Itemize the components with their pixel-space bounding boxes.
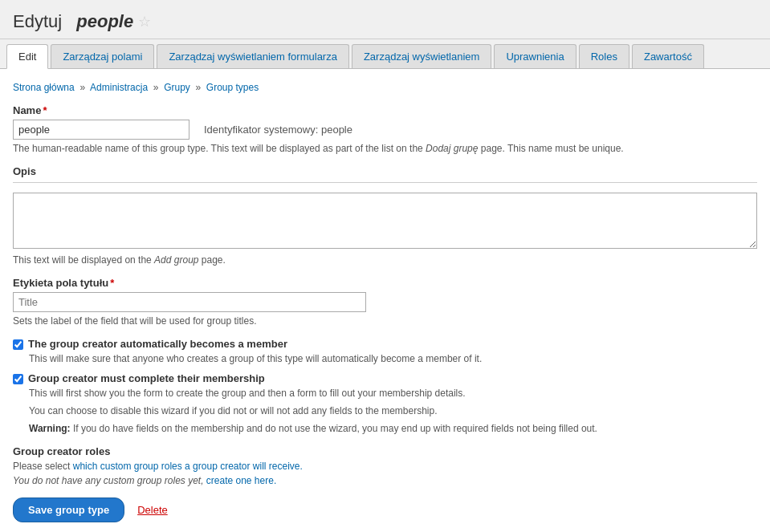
tab-permissions[interactable]: Uprawnienia [494,44,576,68]
tab-manage-form-display[interactable]: Zarządzaj wyświetlaniem formularza [157,44,349,68]
auto-member-description: This will make sure that anyone who crea… [29,353,757,364]
title-section: Etykieta pola tytułu* Sets the label of … [13,277,757,327]
title-required-indicator: * [110,277,114,289]
opis-label: Opis [13,165,757,177]
name-label: Name* [13,104,757,116]
group-creator-roles-section: Group creator roles Please select which … [13,445,757,486]
complete-membership-desc1: This will first show you the form to cre… [29,388,757,399]
breadcrumb-admin[interactable]: Administracja [90,82,148,93]
complete-membership-section: Group creator must complete their member… [13,372,757,434]
opis-divider [13,182,757,183]
create-roles-link[interactable]: create one here. [206,475,276,486]
auto-member-label: The group creator automatically becomes … [28,338,287,350]
name-input[interactable] [13,120,189,140]
complete-membership-desc2: You can choose to disable this wizard if… [29,405,757,416]
delete-link[interactable]: Delete [137,504,168,516]
title-label: Etykieta pola tytułu* [13,277,757,289]
title-input[interactable] [13,292,366,312]
name-description: The human-readable name of this group ty… [13,143,757,154]
no-roles-text: You do not have any custom group roles y… [13,475,757,486]
auto-member-section: The group creator automatically becomes … [13,338,757,364]
title-description: Sets the label of the field that will be… [13,315,757,327]
breadcrumb-group-types[interactable]: Group types [206,82,259,93]
required-indicator: * [43,104,47,116]
breadcrumb-home[interactable]: Strona główna [13,82,75,93]
opis-textarea[interactable] [13,193,757,249]
page-title: Edytuj people ☆ [13,11,757,32]
tab-manage-display[interactable]: Zarządzaj wyświetlaniem [352,44,492,68]
favorite-star-icon[interactable]: ☆ [138,13,151,30]
tab-content[interactable]: Zawartość [632,44,704,68]
group-creator-roles-desc: Please select which custom group roles a… [13,461,757,472]
tabs-bar: Edit Zarządzaj polami Zarządzaj wyświetl… [0,44,770,69]
complete-membership-warning: Warning: If you do have fields on the me… [29,423,757,434]
breadcrumb: Strona główna » Administracja » Grupy » … [13,79,757,93]
complete-membership-checkbox[interactable] [13,374,23,384]
complete-membership-label: Group creator must complete their member… [28,372,265,384]
auto-member-checkbox[interactable] [13,339,23,350]
tab-roles[interactable]: Roles [579,44,629,68]
form-actions: Save group type Delete [13,497,757,522]
opis-section: Opis This text will be displayed on the … [13,165,757,266]
save-group-type-button[interactable]: Save group type [13,497,124,522]
breadcrumb-groups[interactable]: Grupy [164,82,190,93]
tab-manage-fields[interactable]: Zarządzaj polami [51,44,154,68]
opis-description: This text will be displayed on the Add g… [13,254,757,266]
group-roles-link[interactable]: which custom group roles a group creator… [73,461,303,472]
name-section: Name* Identyfikator systemowy: people Th… [13,104,757,154]
tab-edit[interactable]: Edit [6,44,48,69]
group-creator-roles-heading: Group creator roles [13,445,757,457]
system-id-label: Identyfikator systemowy: people [204,124,352,136]
